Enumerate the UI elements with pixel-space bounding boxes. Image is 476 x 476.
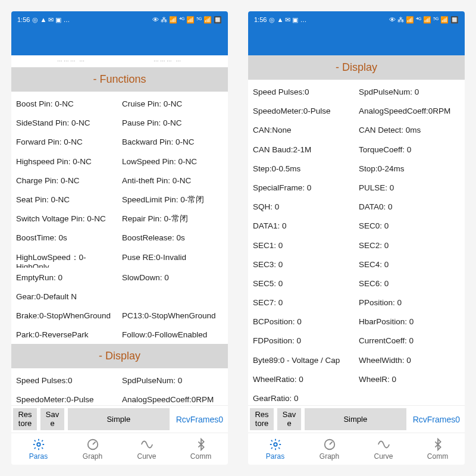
param-cell[interactable]: Puse RE:0-Invalid	[121, 249, 224, 268]
status-time: 1:56	[254, 16, 267, 23]
display-grid: Speed Pulses:0SpdPulseNum: 0SpeedoMeter:…	[248, 83, 465, 405]
save-button[interactable]: Sav e	[277, 408, 301, 430]
param-cell[interactable]: SQH: 0	[252, 198, 355, 216]
param-cell[interactable]: Charge Pin: 0-NC	[15, 172, 118, 190]
bottom-bar: Res tore Sav e Simple RcvFrames0	[248, 405, 465, 433]
param-cell[interactable]: Brake:0-StopWhenGround	[15, 307, 118, 325]
param-cell[interactable]	[358, 390, 461, 405]
param-cell[interactable]: SpeedLimit Pin: 0-常闭	[121, 191, 224, 209]
param-cell[interactable]: SlowDown: 0	[121, 269, 224, 287]
param-cell[interactable]: SEC0: 0	[358, 217, 461, 235]
tab-comm[interactable]: Comm	[411, 433, 465, 465]
param-cell[interactable]: HighLowSpeed：0-HighOnly	[15, 249, 118, 268]
tab-paras[interactable]: Paras	[248, 433, 302, 465]
param-cell[interactable]: SpeedoMeter:0-Pulse	[15, 391, 118, 405]
param-cell[interactable]: Anti-theft Pin: 0-NC	[121, 172, 224, 190]
param-cell[interactable]: BoostTime: 0s	[15, 229, 118, 247]
simple-button[interactable]: Simple	[68, 408, 170, 430]
param-cell[interactable]: AnalogSpeedCoeff:0RPM	[358, 102, 461, 120]
param-cell[interactable]: SEC7: 0	[252, 294, 355, 312]
param-cell[interactable]: WheelRatio: 0	[252, 371, 355, 389]
status-left-icons: ◎ ▲ ✉ ▣ …	[269, 16, 306, 24]
tab-paras[interactable]: Paras	[11, 433, 65, 465]
param-cell[interactable]: Speed Pulses:0	[15, 372, 118, 390]
param-cell[interactable]: SEC5: 0	[252, 275, 355, 293]
param-cell[interactable]: LowSpeed Pin: 0-NC	[121, 153, 224, 171]
bluetooth-icon	[431, 438, 444, 451]
param-cell[interactable]: SideStand Pin: 0-NC	[15, 114, 118, 132]
param-cell[interactable]: PULSE: 0	[358, 179, 461, 197]
gear-icon	[32, 438, 45, 451]
param-cell[interactable]: Repair Pin: 0-常闭	[121, 210, 224, 228]
status-bar: 1:56 ◎ ▲ ✉ ▣ … 👁 ⁂ 📶 ⁴ᴳ 📶 ⁵ᴳ 📶 🔲	[248, 11, 465, 28]
content-scroll[interactable]: - Display Speed Pulses:0SpdPulseNum: 0Sp…	[248, 55, 465, 405]
param-cell[interactable]: EmptyRun: 0	[15, 269, 118, 287]
param-cell[interactable]: Follow:0-FollowEnabled	[121, 326, 224, 344]
bottom-bar: Res tore Sav e Simple RcvFrames0	[11, 405, 228, 433]
param-cell[interactable]: WheelWidth: 0	[358, 352, 461, 369]
param-cell[interactable]: SpeedoMeter:0-Pulse	[252, 102, 355, 120]
param-cell[interactable]: TorqueCoeff: 0	[358, 141, 461, 159]
param-cell[interactable]: Seat Pin: 0-NC	[15, 191, 118, 209]
gauge-icon	[323, 438, 336, 451]
functions-grid: Boost Pin: 0-NCCruise Pin: 0-NCSideStand…	[11, 95, 228, 344]
param-cell[interactable]: Stop:0-24ms	[358, 160, 461, 178]
param-cell[interactable]: HbarPosition: 0	[358, 313, 461, 331]
rcvframes-label[interactable]: RcvFrames0	[171, 406, 228, 433]
param-cell[interactable]: Boost Pin: 0-NC	[15, 95, 118, 113]
rcvframes-label[interactable]: RcvFrames0	[408, 406, 465, 433]
tab-comm[interactable]: Comm	[174, 433, 228, 465]
truncated-row: ……… ………… …	[11, 55, 228, 67]
param-cell[interactable]: Forward Pin: 0-NC	[15, 133, 118, 151]
status-right-icons: 👁 ⁂ 📶 ⁴ᴳ 📶 ⁵ᴳ 📶 🔲	[389, 16, 459, 24]
simple-button[interactable]: Simple	[305, 408, 406, 430]
app-bar	[11, 28, 228, 55]
param-cell[interactable]: Speed Pulses:0	[252, 83, 355, 101]
param-cell[interactable]: SEC2: 0	[358, 237, 461, 255]
param-cell[interactable]: FDPosition: 0	[252, 332, 355, 350]
content-scroll[interactable]: ……… ………… … - Functions Boost Pin: 0-NCCr…	[11, 55, 228, 405]
param-cell[interactable]: DATA0: 0	[358, 198, 461, 216]
save-button[interactable]: Sav e	[40, 408, 64, 430]
tab-curve[interactable]: Curve	[120, 433, 174, 465]
param-cell[interactable]: CAN Baud:2-1M	[252, 141, 355, 159]
tab-bar: Paras Graph Curve Comm	[248, 433, 465, 465]
param-cell[interactable]: SEC1: 0	[252, 237, 355, 255]
param-cell[interactable]: Byte89:0 - Voltage / Cap	[252, 352, 355, 369]
param-cell[interactable]: BCPosition: 0	[252, 313, 355, 331]
param-cell[interactable]: PC13:0-StopWhenGround	[121, 307, 224, 325]
param-cell[interactable]: PPosition: 0	[358, 294, 461, 312]
tab-graph[interactable]: Graph	[65, 433, 120, 465]
param-cell[interactable]: SEC4: 0	[358, 256, 461, 274]
param-cell[interactable]: Backward Pin: 0-NC	[121, 133, 224, 151]
param-cell[interactable]: CurrentCoeff: 0	[358, 332, 461, 350]
param-cell[interactable]: Switch Voltage Pin: 0-NC	[15, 210, 118, 228]
restore-button[interactable]: Res tore	[13, 408, 37, 430]
param-cell[interactable]: Pause Pin: 0-NC	[121, 114, 224, 132]
param-cell[interactable]: Gear:0-Default N	[15, 288, 118, 306]
status-bar: 1:56 ◎ ▲ ✉ ▣ … 👁 ⁂ 📶 ⁴ᴳ 📶 ⁵ᴳ 📶 🔲	[11, 11, 228, 28]
param-cell[interactable]: AnalogSpeedCoeff:0RPM	[121, 391, 224, 405]
section-display: - Display	[11, 344, 228, 368]
svg-point-2	[274, 443, 277, 446]
param-cell[interactable]: WheelR: 0	[358, 371, 461, 389]
param-cell[interactable]: Highspeed Pin: 0-NC	[15, 153, 118, 171]
param-cell[interactable]: CAN:None	[252, 121, 355, 139]
param-cell[interactable]: SpdPulseNum: 0	[121, 372, 224, 390]
status-right-icons: 👁 ⁂ 📶 ⁴ᴳ 📶 ⁵ᴳ 📶 🔲	[152, 16, 222, 24]
param-cell[interactable]: BoostRelease: 0s	[121, 229, 224, 247]
param-cell[interactable]: GearRatio: 0	[252, 390, 355, 405]
tab-graph[interactable]: Graph	[302, 433, 356, 465]
param-cell[interactable]	[121, 288, 224, 306]
param-cell[interactable]: SpdPulseNum: 0	[358, 83, 461, 101]
param-cell[interactable]: Cruise Pin: 0-NC	[121, 95, 224, 113]
param-cell[interactable]: CAN Detect: 0ms	[358, 121, 461, 139]
param-cell[interactable]: SEC6: 0	[358, 275, 461, 293]
param-cell[interactable]: SEC3: 0	[252, 256, 355, 274]
restore-button[interactable]: Res tore	[250, 408, 274, 430]
param-cell[interactable]: Park:0-ReversePark	[15, 326, 118, 344]
param-cell[interactable]: Step:0-0.5ms	[252, 160, 355, 178]
param-cell[interactable]: SpecialFrame: 0	[252, 179, 355, 197]
tab-curve[interactable]: Curve	[356, 433, 411, 465]
param-cell[interactable]: DATA1: 0	[252, 217, 355, 235]
